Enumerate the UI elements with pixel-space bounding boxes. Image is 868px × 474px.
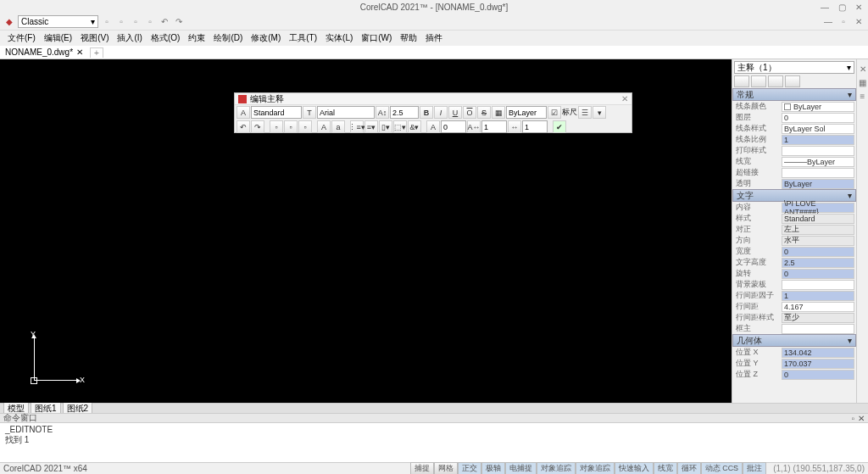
editor-close-icon[interactable]: ✕ (621, 94, 628, 103)
align-btn-3[interactable]: ▫ (298, 120, 312, 133)
new-icon[interactable]: ▫ (101, 16, 113, 28)
palette-close-icon[interactable]: ✕ (857, 63, 869, 75)
font-input[interactable] (317, 106, 375, 119)
cmd-pin-icon[interactable]: ▫ (851, 414, 854, 423)
prop-tool-3[interactable] (768, 75, 783, 87)
prop-value[interactable]: Standard (782, 214, 854, 224)
prop-tool-2[interactable] (751, 75, 766, 87)
stack-icon[interactable]: ▾ (593, 106, 606, 119)
prop-value[interactable]: 水平 (782, 236, 854, 246)
section-geom[interactable]: 几何体▾ (732, 334, 856, 347)
open-icon[interactable]: ▫ (115, 16, 127, 28)
redo-btn[interactable]: ↷ (251, 120, 264, 133)
prop-value[interactable] (782, 280, 854, 290)
save-icon[interactable]: ▫ (130, 16, 142, 28)
menu-plugins[interactable]: 插件 (421, 31, 447, 46)
spacing-btn[interactable]: ≡▾ (364, 120, 378, 133)
ok-button[interactable]: ✔ (553, 120, 566, 133)
overline-button[interactable]: O (463, 106, 476, 119)
prop-tool-4[interactable] (785, 75, 800, 87)
close-icon[interactable]: ✕ (853, 1, 865, 13)
align-btn-1[interactable]: ▫ (270, 120, 283, 133)
text-style-input[interactable] (251, 106, 302, 119)
menu-solids[interactable]: 实体(L) (321, 31, 357, 46)
prop-value[interactable]: ByLayer Sol (782, 124, 854, 134)
status-toggle[interactable]: 正交 (458, 462, 481, 474)
strike-button[interactable]: S (477, 106, 491, 119)
maximize-icon[interactable]: ▢ (836, 1, 848, 13)
status-toggle[interactable]: 动态 CCS (701, 462, 743, 474)
ruler-checkbox[interactable]: ☑ (548, 106, 561, 119)
prop-value[interactable] (782, 324, 854, 334)
status-toggle[interactable]: 批注 (743, 462, 766, 474)
status-toggle[interactable]: 电捕捉 (505, 462, 537, 474)
width-input[interactable] (522, 120, 548, 133)
prop-value[interactable]: 134.042 (782, 348, 854, 358)
case-lower-btn[interactable]: a (331, 120, 345, 133)
menu-help[interactable]: 帮助 (396, 31, 421, 46)
align-btn-2[interactable]: ▫ (284, 120, 298, 133)
status-toggle[interactable]: 对象追踪 (576, 462, 615, 474)
menu-draw[interactable]: 绘制(D) (209, 31, 247, 46)
list-btn[interactable]: ⋮≡▾ (350, 120, 364, 133)
menu-edit[interactable]: 编辑(E) (40, 31, 76, 46)
prop-value[interactable]: 2.5 (782, 258, 854, 268)
redo-icon[interactable]: ↷ (173, 16, 185, 28)
selection-type-dropdown[interactable]: 主释（1） ▾ (734, 61, 854, 74)
prop-value[interactable]: ———ByLayer (782, 157, 854, 167)
status-toggle[interactable]: 捕捉 (410, 462, 434, 474)
drawing-canvas[interactable]: Y X 编辑主释 ✕ A T A↕ B I U O S ▦ (0, 59, 732, 403)
bold-button[interactable]: B (420, 106, 433, 119)
menu-modify[interactable]: 修改(M) (247, 31, 285, 46)
width-btn[interactable]: ↔ (508, 120, 521, 133)
prop-value[interactable]: 0 (782, 370, 854, 380)
color-icon[interactable]: ▦ (492, 106, 505, 119)
prop-value[interactable]: 1 (782, 291, 854, 301)
prop-value[interactable]: 0 (782, 269, 854, 279)
print-icon[interactable]: ▫ (144, 16, 156, 28)
prop-value[interactable]: 0 (782, 113, 854, 123)
status-toggle[interactable]: 极轴 (481, 462, 505, 474)
prop-value[interactable]: 1 (782, 135, 854, 145)
section-general[interactable]: 常规▾ (732, 88, 856, 101)
prop-value[interactable]: 左上 (782, 225, 854, 235)
menu-tools[interactable]: 工具(T) (285, 31, 321, 46)
doc-close-icon[interactable]: ✕ (853, 16, 865, 28)
prop-value[interactable]: \PI LOVE ANT####} (782, 203, 854, 213)
height-input[interactable] (390, 106, 419, 119)
color-input[interactable] (506, 106, 547, 119)
prop-value[interactable] (782, 168, 854, 178)
status-toggle[interactable]: 线宽 (654, 462, 677, 474)
cmd-close-icon[interactable]: ✕ (858, 414, 865, 423)
doc-minimize-icon[interactable]: — (822, 16, 834, 28)
tracking-btn[interactable]: A↔ (467, 120, 481, 133)
workspace-dropdown[interactable]: Classic ▾ (18, 15, 98, 28)
minimize-icon[interactable]: — (819, 1, 831, 13)
menu-window[interactable]: 窗口(W) (357, 31, 396, 46)
prop-value[interactable]: 至少 (782, 313, 854, 323)
prop-value[interactable]: ByLayer (782, 102, 854, 112)
symbol-btn[interactable]: &▾ (408, 120, 421, 133)
underline-button[interactable]: U (448, 106, 462, 119)
prop-value[interactable]: ByLayer (782, 179, 854, 189)
menu-view[interactable]: 视图(V) (76, 31, 113, 46)
undo-icon[interactable]: ↶ (159, 16, 170, 28)
prop-value[interactable] (782, 146, 854, 156)
prop-value[interactable]: 0 (782, 247, 854, 257)
prop-value[interactable]: 4.167 (782, 302, 854, 312)
new-tab-button[interactable]: + (90, 47, 103, 58)
doc-tab[interactable]: NONAME_0.dwg* ✕ (0, 47, 88, 58)
status-toggle[interactable]: 快速输入 (615, 462, 654, 474)
prop-value[interactable]: 170.037 (782, 359, 854, 369)
status-toggle[interactable]: 循环 (677, 462, 701, 474)
menu-format[interactable]: 格式(O) (147, 31, 184, 46)
prop-tool-1[interactable] (734, 75, 749, 87)
palette-icon-1[interactable]: ▦ (857, 76, 869, 88)
menu-insert[interactable]: 插入(I) (113, 31, 146, 46)
column-btn[interactable]: ▯▾ (379, 120, 392, 133)
oblique-input[interactable] (441, 120, 466, 133)
command-output[interactable]: _EDITNOTE 找到 1 (0, 423, 868, 462)
undo-btn[interactable]: ↶ (236, 120, 250, 133)
italic-button[interactable]: I (434, 106, 448, 119)
doc-tab-close-icon[interactable]: ✕ (76, 47, 83, 57)
